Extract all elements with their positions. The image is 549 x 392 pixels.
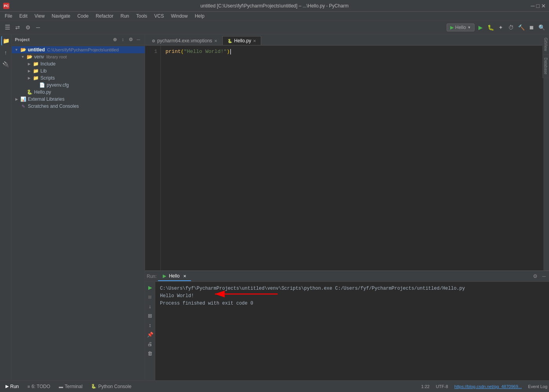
run-sort-btn[interactable]: ↕ [146, 321, 154, 329]
menu-tools[interactable]: Tools [133, 13, 150, 20]
commit-icon[interactable]: ↑ [1, 48, 11, 57]
code-editor[interactable]: 1 print("Hello World!") [145, 45, 549, 270]
project-view-icon[interactable]: 📁 [1, 36, 11, 45]
tab-label-hello: Hello.py [234, 38, 251, 44]
run-output: C:\Users\fyf\PycharmProjects\untitled\ve… [155, 282, 549, 380]
run-print-btn[interactable]: 🖨 [146, 340, 154, 348]
bottom-tab-hello[interactable]: ▶ Hello ✕ [158, 272, 191, 281]
bottom-bar: ▶ Run ≡ 6: TODO ▬ Terminal 🐍 Python Cons… [0, 380, 549, 392]
toolbar-settings-btn[interactable]: ☰ [3, 23, 12, 32]
menu-refactor[interactable]: Refactor [93, 13, 116, 20]
run-button[interactable]: ▶ [476, 23, 485, 32]
tab-hello-py[interactable]: 🐍 Hello.py ✕ [222, 36, 261, 45]
sidebar-hide-icon[interactable]: ─ [135, 36, 142, 43]
run-tab-label-text: Run [10, 384, 19, 389]
tree-item-lib[interactable]: ▶ 📁 Lib [12, 67, 145, 74]
sidebar-add-icon[interactable]: ⊕ [112, 36, 118, 43]
line-number-1: 1 [145, 48, 157, 56]
tree-item-scratches[interactable]: ▶ ✎ Scratches and Consoles [12, 103, 145, 110]
tree-item-ext-libs[interactable]: ▶ 📊 External Libraries [12, 96, 145, 103]
close-button[interactable]: ✕ [541, 3, 546, 9]
bottom-panel: Run: ▶ Hello ✕ ⚙ ─ ▶ ⏹ ↓ [145, 270, 549, 380]
run-pin-btn[interactable]: 📌 [146, 330, 154, 338]
sidebar-header: Project ⊕ ↕ ⚙ ─ [12, 34, 145, 45]
event-log[interactable]: Event Log [528, 384, 547, 389]
run-command-line: C:\Users\fyf\PycharmProjects\untitled\ve… [160, 285, 544, 292]
toolbar-minimize-btn[interactable]: ─ [34, 23, 42, 32]
run-config-name: Hello [455, 25, 466, 30]
sidebar-header-icons: ⊕ ↕ ⚙ ─ [112, 36, 142, 43]
tree-item-scripts[interactable]: ▶ 📁 Scripts [12, 74, 145, 82]
search-everywhere-button[interactable]: 🔍 [537, 23, 546, 32]
menu-bar: File Edit View Navigate Code Refactor Ru… [0, 12, 549, 20]
run-trash-btn[interactable]: 🗑 [146, 349, 154, 357]
minimize-button[interactable]: ─ [531, 3, 535, 9]
menu-view[interactable]: View [31, 13, 48, 20]
menu-edit[interactable]: Edit [16, 13, 31, 20]
maximize-button[interactable]: □ [536, 3, 540, 9]
run-down-btn[interactable]: ↓ [146, 302, 154, 310]
sidebar-gear-icon[interactable]: ⚙ [127, 36, 134, 43]
run-hello-output-container: Hello World! [160, 292, 194, 300]
database-panel-tab[interactable]: Database [542, 54, 549, 78]
toolbar-sync-btn[interactable]: ⇄ [13, 23, 22, 32]
gitview-panel-tab[interactable]: GitView [542, 34, 549, 54]
stop-button[interactable]: ⏹ [527, 23, 536, 32]
tree-label-lib: Lib [40, 68, 47, 74]
tree-label-pyvenv: pyvenv.cfg [47, 82, 69, 88]
toolbar-gear-btn[interactable]: ⚙ [24, 23, 32, 32]
menu-run[interactable]: Run [117, 13, 132, 20]
panel-close-btn[interactable]: ─ [540, 273, 547, 280]
menu-code[interactable]: Code [74, 13, 92, 20]
profile-button[interactable]: ⏱ [507, 23, 515, 32]
plugins-icon[interactable]: 🔌 [1, 60, 11, 69]
run-tab-icon: ▶ [5, 384, 9, 389]
sidebar-title: Project [15, 37, 29, 42]
sidebar-collapse-icon[interactable]: ↕ [120, 36, 126, 43]
run-tab-label: Run: [147, 274, 156, 279]
status-position[interactable]: 1:22 [421, 384, 429, 389]
bottom-panel-tabs: Run: ▶ Hello ✕ ⚙ ─ [145, 271, 549, 282]
panel-settings-btn[interactable]: ⚙ [532, 273, 539, 280]
run-rerun-btn[interactable]: ▶ [146, 283, 154, 291]
run-grid-btn[interactable]: ⊞ [146, 312, 154, 319]
tree-item-venv[interactable]: ▼ 📂 venv library root [12, 53, 145, 60]
run-config-dropdown[interactable]: ▶ Hello ▼ [447, 24, 474, 31]
app: PC untitled [C:\Users\fyf\PycharmProject… [0, 0, 549, 392]
status-encoding[interactable]: UTF-8 [436, 384, 448, 389]
tree-path-untitled: C:\Users\fyf\PycharmProjects\untitled [47, 47, 118, 52]
file-icon-pyvenv: 📄 [38, 82, 45, 88]
bottom-run-tab[interactable]: ▶ Run [2, 383, 23, 390]
tab-close-hello[interactable]: ✕ [253, 39, 256, 43]
menu-vcs[interactable]: VCS [151, 13, 167, 20]
coverage-button[interactable]: ✦ [496, 23, 505, 32]
line-numbers: 1 [145, 45, 161, 270]
build-button[interactable]: 🔨 [517, 23, 525, 32]
tab-label-vmoptions: pycharm64.exe.vmoptions [157, 38, 212, 44]
status-url[interactable]: https://blog.csdn.net/qq_4870969... [454, 384, 522, 389]
bottom-todo-tab[interactable]: ≡ 6: TODO [24, 383, 54, 390]
debug-button[interactable]: 🐛 [486, 23, 495, 32]
code-content[interactable]: print("Hello World!") [161, 45, 544, 270]
tree-label-include: Include [40, 61, 56, 67]
tab-close-vmoptions[interactable]: ✕ [214, 39, 217, 43]
menu-window[interactable]: Window [168, 13, 191, 20]
hello-tab-icon: 🐍 [227, 39, 232, 43]
bottom-terminal-tab[interactable]: ▬ Terminal [55, 383, 86, 390]
todo-tab-label: 6: TODO [31, 384, 50, 389]
tree-item-hello-py[interactable]: ▶ 🐍 Hello.py [12, 89, 145, 96]
tree-item-pyvenv[interactable]: ▶ 📄 pyvenv.cfg [12, 82, 145, 89]
toolbar: ☰ ⇄ ⚙ ─ ▶ Hello ▼ ▶ 🐛 ✦ ⏱ 🔨 ⏹ 🔍 [0, 20, 549, 34]
menu-help[interactable]: Help [192, 13, 208, 20]
tree-item-include[interactable]: ▶ 📁 Include [12, 60, 145, 67]
file-tabs: ⚙ pycharm64.exe.vmoptions ✕ 🐍 Hello.py ✕ [145, 34, 549, 45]
tree-arrow-extlibs: ▶ [13, 97, 20, 101]
menu-navigate[interactable]: Navigate [49, 13, 73, 20]
menu-file[interactable]: File [2, 13, 15, 20]
run-hello-output: Hello World! [160, 293, 194, 299]
bottom-python-console-tab[interactable]: 🐍 Python Console [87, 383, 135, 390]
run-tab-close[interactable]: ✕ [183, 274, 186, 278]
tree-item-untitled[interactable]: ▼ 📂 untitled C:\Users\fyf\PycharmProject… [12, 46, 145, 53]
run-stop-btn[interactable]: ⏹ [146, 293, 154, 301]
tab-vmoptions[interactable]: ⚙ pycharm64.exe.vmoptions ✕ [147, 36, 222, 45]
